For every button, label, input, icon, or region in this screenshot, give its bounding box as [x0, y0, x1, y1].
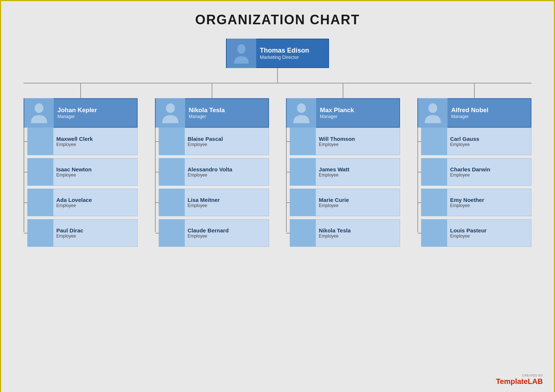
emp-avatar-1-3	[159, 219, 185, 247]
emp-info-2-2: Marie Curie Employee	[316, 195, 352, 210]
watermark-created: CREATED BY	[496, 374, 543, 377]
svg-point-14	[300, 195, 306, 202]
emp-info-3-1: Charles Darwin Employee	[447, 164, 493, 179]
svg-point-7	[169, 134, 175, 142]
manager-card-1: Nikola Tesla Manager	[155, 98, 269, 128]
emp-avatar-1-1	[159, 158, 185, 186]
manager-card-2: Max Planck Manager	[286, 98, 400, 128]
emp-avatar-0-0	[28, 128, 53, 155]
emp-card-0-0: Maxwell Clerk Employee	[27, 128, 138, 155]
page-title: ORGANIZATION CHART	[16, 12, 539, 28]
svg-point-9	[169, 195, 175, 202]
manager-name-3: Alfred Nobel	[451, 107, 488, 114]
emp-card-2-0: Will Thomson Employee	[290, 128, 400, 155]
emp-card-1-3: Claude Bernard Employee	[159, 219, 269, 247]
emp-card-3-0: Carl Gauss Employee	[421, 128, 531, 155]
emp-avatar-0-3	[28, 219, 53, 247]
emp-info-3-0: Carl Gauss Employee	[447, 134, 482, 149]
emp-avatar-3-2	[421, 189, 447, 216]
org-chart: Thomas Edison Marketing Director	[16, 39, 539, 247]
emp-avatar-2-0	[290, 128, 316, 155]
svg-point-4	[38, 195, 43, 202]
svg-point-0	[237, 44, 245, 54]
emp-avatar-2-3	[290, 219, 316, 247]
emp-info-2-0: Will Thomson Employee	[316, 134, 358, 149]
emp-avatar-3-0	[421, 128, 447, 155]
svg-point-6	[166, 103, 175, 113]
manager-avatar-1	[156, 98, 185, 128]
svg-point-16	[428, 103, 437, 113]
manager-connector-1	[212, 83, 212, 98]
emp-card-0-3: Paul Dirac Employee	[27, 219, 138, 247]
manager-connector-3	[474, 83, 475, 98]
manager-info-2: Max Planck Manager	[316, 104, 358, 121]
svg-point-17	[431, 134, 438, 142]
emp-avatar-3-3	[421, 219, 447, 247]
manager-card-0: Johan Kepler Manager	[24, 98, 138, 128]
svg-point-12	[300, 134, 306, 142]
emp-col-1: Blaise Pascal Employee Alessandro	[155, 128, 269, 247]
svg-point-3	[37, 165, 44, 172]
svg-point-20	[431, 226, 438, 233]
manager-col-3: Alfred Nobel Manager Carl Gauss	[417, 83, 531, 247]
h-line	[24, 83, 531, 83]
svg-point-10	[169, 226, 175, 233]
manager-info-0: Johan Kepler Manager	[54, 104, 101, 121]
emp-card-2-1: James Watt Employee	[290, 158, 400, 186]
manager-col-1: Nikola Tesla Manager Blaise Pas	[155, 83, 269, 247]
manager-name-0: Johan Kepler	[57, 107, 97, 114]
svg-point-13	[300, 165, 306, 172]
manager-role-3: Manager	[451, 114, 488, 119]
emp-info-1-0: Blaise Pascal Employee	[185, 134, 226, 149]
emp-info-1-3: Claude Bernard Employee	[185, 225, 232, 240]
emp-avatar-3-1	[421, 158, 447, 186]
emp-info-1-1: Alessandro Volta Employee	[185, 164, 235, 179]
manager-card-3: Alfred Nobel Manager	[417, 98, 531, 128]
svg-point-15	[300, 226, 306, 233]
emp-card-3-2: Emy Noether Employee	[421, 189, 531, 216]
emp-info-2-3: Nikola Tesla Employee	[316, 225, 353, 240]
watermark: CREATED BY TemplateLAB	[496, 374, 543, 386]
manager-name-1: Nikola Tesla	[189, 107, 225, 114]
director-name: Thomas Edison	[260, 47, 309, 54]
emp-info-3-3: Louis Pasteur Employee	[447, 225, 489, 240]
manager-info-1: Nikola Tesla Manager	[185, 104, 229, 121]
watermark-brand: TemplateLAB	[496, 377, 543, 385]
brand-name: Template	[496, 377, 528, 385]
emp-avatar-0-2	[28, 189, 53, 216]
emp-info-1-2: Lisa Meitner Employee	[185, 195, 223, 210]
emp-card-3-3: Louis Pasteur Employee	[421, 219, 531, 247]
manager-connector-0	[80, 83, 81, 98]
manager-info-3: Alfred Nobel Manager	[448, 104, 492, 121]
emp-avatar-2-2	[290, 189, 316, 216]
emp-info-2-1: James Watt Employee	[316, 164, 352, 179]
director-card: Thomas Edison Marketing Director	[226, 39, 329, 68]
manager-col-0: Johan Kepler Manager M	[24, 83, 138, 247]
emp-info-0-1: Isaac Newton Employee	[53, 164, 95, 179]
emp-avatar-1-2	[159, 189, 185, 216]
svg-point-18	[431, 164, 437, 171]
director-role: Marketing Director	[260, 54, 309, 60]
emp-card-2-3: Nikola Tesla Employee	[290, 219, 400, 247]
emp-card-3-1: Charles Darwin Employee	[421, 158, 531, 186]
emp-card-1-0: Blaise Pascal Employee	[159, 128, 269, 155]
emp-card-1-2: Lisa Meitner Employee	[159, 189, 269, 216]
emp-card-1-1: Alessandro Volta Employee	[159, 158, 269, 186]
emp-avatar-2-1	[290, 158, 316, 186]
manager-avatar-3	[418, 98, 448, 128]
svg-point-8	[169, 165, 175, 172]
manager-col-2: Max Planck Manager Will Thomson	[286, 83, 400, 247]
emp-col-3: Carl Gauss Employee Charles Darwin	[417, 128, 531, 247]
director-connector	[277, 68, 278, 83]
emp-card-2-2: Marie Curie Employee	[290, 189, 400, 216]
director-info: Thomas Edison Marketing Director	[256, 44, 313, 62]
manager-connector-2	[343, 83, 343, 98]
svg-point-5	[37, 226, 44, 233]
manager-role-2: Manager	[320, 114, 354, 119]
manager-role-0: Manager	[57, 114, 97, 119]
emp-info-3-2: Emy Noether Employee	[447, 195, 487, 210]
brand-highlight: LAB	[528, 377, 543, 385]
director-avatar	[227, 39, 256, 68]
emp-info-0-3: Paul Dirac Employee	[53, 225, 86, 240]
emp-info-0-0: Maxwell Clerk Employee	[53, 134, 96, 149]
